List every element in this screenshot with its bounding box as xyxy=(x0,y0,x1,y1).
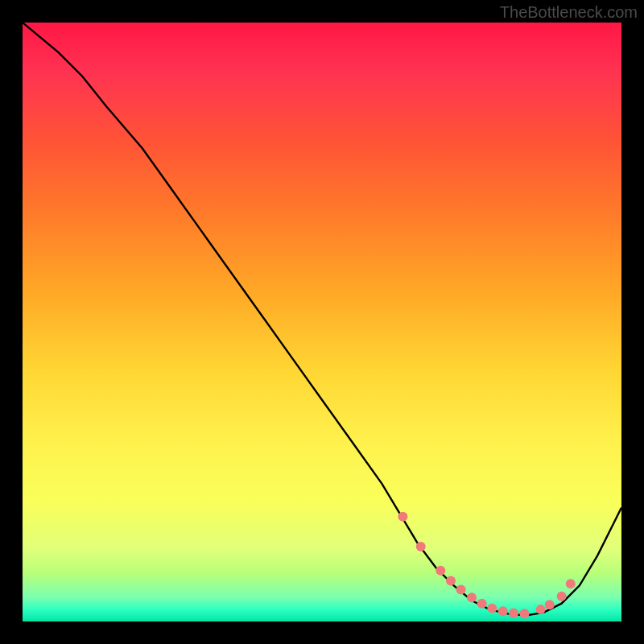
marker-dot xyxy=(467,592,477,602)
marker-dot xyxy=(566,579,576,588)
marker-dot xyxy=(557,592,567,601)
marker-dot xyxy=(416,542,426,551)
marker-dot xyxy=(398,512,407,522)
bottleneck-curve xyxy=(23,23,621,616)
attribution-text: TheBottleneck.com xyxy=(500,3,638,22)
marker-dot xyxy=(477,599,487,609)
marker-dot xyxy=(519,609,529,618)
chart-svg xyxy=(23,23,621,621)
marker-dot xyxy=(545,600,555,609)
marker-dot xyxy=(509,609,518,618)
marker-dot xyxy=(498,606,508,616)
marker-dot xyxy=(487,604,497,613)
marker-dot xyxy=(456,585,466,595)
plot-area xyxy=(23,23,621,621)
marker-dot xyxy=(436,566,445,576)
marker-group xyxy=(398,512,575,619)
marker-dot xyxy=(446,576,456,585)
marker-dot xyxy=(536,605,546,614)
